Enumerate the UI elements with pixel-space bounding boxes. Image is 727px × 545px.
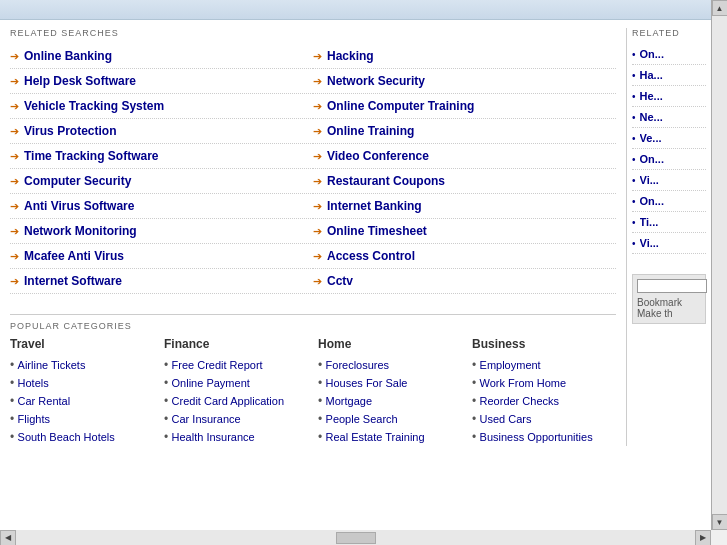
category-business-title: Business bbox=[472, 337, 616, 351]
link-computer-security[interactable]: Computer Security bbox=[24, 174, 131, 188]
arrow-icon: ➔ bbox=[10, 225, 19, 238]
right-link-5[interactable]: Ve... bbox=[640, 132, 662, 144]
list-item: ➔ Hacking bbox=[313, 44, 616, 69]
list-item: • On... bbox=[632, 44, 706, 65]
bookmark-box: Bookmark Make th bbox=[632, 274, 706, 324]
list-item: ➔ Time Tracking Software bbox=[10, 144, 313, 169]
list-item: ➔ Computer Security bbox=[10, 169, 313, 194]
link-internet-software[interactable]: Internet Software bbox=[24, 274, 122, 288]
link-flights[interactable]: Flights bbox=[18, 413, 50, 425]
list-item: ➔ Network Monitoring bbox=[10, 219, 313, 244]
link-credit-card[interactable]: Credit Card Application bbox=[172, 395, 285, 407]
link-online-computer-training[interactable]: Online Computer Training bbox=[327, 99, 474, 113]
link-time-tracking[interactable]: Time Tracking Software bbox=[24, 149, 159, 163]
link-hacking[interactable]: Hacking bbox=[327, 49, 374, 63]
bookmark-input[interactable] bbox=[637, 279, 707, 293]
bullet-icon: • bbox=[632, 196, 636, 207]
list-item: • Ne... bbox=[632, 107, 706, 128]
right-link-1[interactable]: On... bbox=[640, 48, 664, 60]
arrow-icon: ➔ bbox=[313, 225, 322, 238]
list-item: ➔ Online Timesheet bbox=[313, 219, 616, 244]
bullet-icon: • bbox=[632, 217, 636, 228]
arrow-icon: ➔ bbox=[313, 200, 322, 213]
list-item: • On... bbox=[632, 191, 706, 212]
link-hotels[interactable]: Hotels bbox=[18, 377, 49, 389]
right-link-6[interactable]: On... bbox=[640, 153, 664, 165]
scroll-left-button[interactable]: ◀ bbox=[0, 530, 16, 546]
link-mortgage[interactable]: Mortgage bbox=[326, 395, 372, 407]
link-real-estate[interactable]: Real Estate Training bbox=[326, 431, 425, 443]
right-link-2[interactable]: Ha... bbox=[640, 69, 663, 81]
arrow-icon: ➔ bbox=[10, 150, 19, 163]
link-online-training[interactable]: Online Training bbox=[327, 124, 414, 138]
link-free-credit[interactable]: Free Credit Report bbox=[172, 359, 263, 371]
link-people-search[interactable]: People Search bbox=[326, 413, 398, 425]
right-link-4[interactable]: Ne... bbox=[640, 111, 663, 123]
list-item: ➔ Online Banking bbox=[10, 44, 313, 69]
make-label: Make th bbox=[637, 308, 701, 319]
category-business: Business Employment Work From Home Reord… bbox=[472, 337, 616, 446]
right-panel: RELATED • On... • Ha... • He... • Ne... bbox=[626, 28, 711, 446]
link-vehicle-tracking[interactable]: Vehicle Tracking System bbox=[24, 99, 164, 113]
right-link-8[interactable]: On... bbox=[640, 195, 664, 207]
list-item: • Vi... bbox=[632, 233, 706, 254]
link-help-desk[interactable]: Help Desk Software bbox=[24, 74, 136, 88]
arrow-icon: ➔ bbox=[10, 75, 19, 88]
right-link-10[interactable]: Vi... bbox=[640, 237, 659, 249]
link-network-security[interactable]: Network Security bbox=[327, 74, 425, 88]
link-mcafee[interactable]: Mcafee Anti Virus bbox=[24, 249, 124, 263]
category-home-title: Home bbox=[318, 337, 462, 351]
link-south-beach[interactable]: South Beach Hotels bbox=[18, 431, 115, 443]
link-reorder-checks[interactable]: Reorder Checks bbox=[480, 395, 559, 407]
arrow-icon: ➔ bbox=[10, 100, 19, 113]
link-online-timesheet[interactable]: Online Timesheet bbox=[327, 224, 427, 238]
popular-categories-label: POPULAR CATEGORIES bbox=[10, 314, 616, 337]
link-anti-virus[interactable]: Anti Virus Software bbox=[24, 199, 134, 213]
link-access-control[interactable]: Access Control bbox=[327, 249, 415, 263]
scroll-thumb-horizontal[interactable] bbox=[336, 532, 376, 544]
link-internet-banking[interactable]: Internet Banking bbox=[327, 199, 422, 213]
vertical-scrollbar[interactable]: ▲ ▼ bbox=[711, 0, 727, 530]
link-network-monitoring[interactable]: Network Monitoring bbox=[24, 224, 137, 238]
link-virus-protection[interactable]: Virus Protection bbox=[24, 124, 116, 138]
link-health-insurance[interactable]: Health Insurance bbox=[172, 431, 255, 443]
list-item: Business Opportunities bbox=[472, 428, 616, 446]
right-link-7[interactable]: Vi... bbox=[640, 174, 659, 186]
scroll-right-button[interactable]: ▶ bbox=[695, 530, 711, 546]
link-cctv[interactable]: Cctv bbox=[327, 274, 353, 288]
link-online-banking[interactable]: Online Banking bbox=[24, 49, 112, 63]
horizontal-scrollbar[interactable]: ◀ ▶ bbox=[0, 529, 711, 545]
link-video-conference[interactable]: Video Conference bbox=[327, 149, 429, 163]
scroll-up-button[interactable]: ▲ bbox=[712, 0, 728, 16]
right-links-column: ➔ Hacking ➔ Network Security ➔ Online Co… bbox=[313, 44, 616, 294]
link-restaurant-coupons[interactable]: Restaurant Coupons bbox=[327, 174, 445, 188]
popular-section: POPULAR CATEGORIES Travel Airline Ticket… bbox=[10, 314, 616, 446]
link-foreclosures[interactable]: Foreclosures bbox=[326, 359, 390, 371]
link-employment[interactable]: Employment bbox=[480, 359, 541, 371]
link-car-rental[interactable]: Car Rental bbox=[18, 395, 71, 407]
right-link-3[interactable]: He... bbox=[640, 90, 663, 102]
link-airline-tickets[interactable]: Airline Tickets bbox=[18, 359, 86, 371]
outer-wrapper: ▲ ▼ ◀ ▶ RELATED SEARCHES ➔ Onl bbox=[0, 0, 727, 545]
link-work-from-home[interactable]: Work From Home bbox=[480, 377, 567, 389]
link-online-payment[interactable]: Online Payment bbox=[172, 377, 250, 389]
list-item: Real Estate Training bbox=[318, 428, 462, 446]
arrow-icon: ➔ bbox=[10, 200, 19, 213]
right-link-9[interactable]: Ti... bbox=[640, 216, 659, 228]
category-finance-title: Finance bbox=[164, 337, 308, 351]
top-bar bbox=[0, 0, 711, 20]
arrow-icon: ➔ bbox=[313, 175, 322, 188]
arrow-icon: ➔ bbox=[313, 275, 322, 288]
arrow-icon: ➔ bbox=[313, 100, 322, 113]
list-item: Reorder Checks bbox=[472, 392, 616, 410]
list-item: Free Credit Report bbox=[164, 356, 308, 374]
link-used-cars[interactable]: Used Cars bbox=[480, 413, 532, 425]
list-item: Work From Home bbox=[472, 374, 616, 392]
list-item: Houses For Sale bbox=[318, 374, 462, 392]
link-houses-for-sale[interactable]: Houses For Sale bbox=[326, 377, 408, 389]
list-item: South Beach Hotels bbox=[10, 428, 154, 446]
category-business-list: Employment Work From Home Reorder Checks… bbox=[472, 356, 616, 446]
scroll-down-button[interactable]: ▼ bbox=[712, 514, 728, 530]
link-business-opps[interactable]: Business Opportunities bbox=[480, 431, 593, 443]
link-car-insurance[interactable]: Car Insurance bbox=[172, 413, 241, 425]
